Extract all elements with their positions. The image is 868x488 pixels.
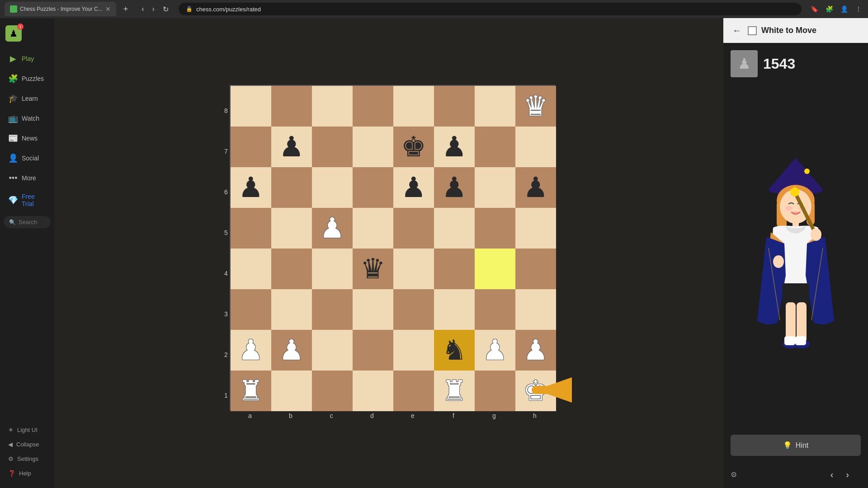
square-3e[interactable] (393, 289, 434, 330)
square-7b[interactable]: ♟ (271, 127, 312, 167)
square-1f[interactable]: ♜ (434, 371, 475, 411)
square-3g[interactable] (475, 289, 515, 330)
piece-wP: ♟ (482, 336, 508, 364)
square-2h[interactable]: ♟ (515, 330, 556, 371)
square-5e[interactable] (393, 208, 434, 249)
sidebar-item-more[interactable]: ••• More (3, 169, 52, 188)
sidebar-item-news[interactable]: 📰 News (3, 129, 52, 148)
sidebar-item-puzzles[interactable]: 🧩 Puzzles (3, 69, 52, 88)
next-puzzle-button[interactable]: › (841, 467, 854, 483)
square-6h[interactable]: ♟ (515, 167, 556, 208)
square-5c[interactable]: ♟ (312, 208, 353, 249)
square-2b[interactable]: ♟ (271, 330, 312, 371)
search-box[interactable]: 🔍 (4, 216, 51, 228)
square-6a[interactable]: ♟ (231, 167, 271, 208)
more-tools-button[interactable]: ⋮ (854, 4, 863, 14)
square-6e[interactable]: ♟ (393, 167, 434, 208)
square-7d[interactable] (353, 127, 393, 167)
square-4f[interactable] (434, 249, 475, 289)
search-input[interactable] (19, 219, 45, 225)
sidebar-item-learn[interactable]: 🎓 Learn (3, 89, 52, 108)
reload-button[interactable]: ↻ (160, 3, 171, 15)
puzzle-settings-button[interactable]: ⚙ (731, 470, 737, 479)
square-1g[interactable] (475, 371, 515, 411)
sidebar-item-light-ui[interactable]: ☀ Light UI (3, 423, 52, 437)
square-8b[interactable] (271, 86, 312, 127)
notification-badge: 1 (17, 23, 24, 30)
square-8f[interactable] (434, 86, 475, 127)
square-4g[interactable] (475, 249, 515, 289)
svg-rect-19 (784, 336, 795, 345)
square-2e[interactable] (393, 330, 434, 371)
logo[interactable]: ♟ 1 (0, 22, 54, 49)
square-7f[interactable]: ♟ (434, 127, 475, 167)
square-6d[interactable] (353, 167, 393, 208)
square-6f[interactable]: ♟ (434, 167, 475, 208)
square-4d[interactable]: ♛ (353, 249, 393, 289)
square-4e[interactable] (393, 249, 434, 289)
square-1e[interactable] (393, 371, 434, 411)
piece-wK: ♚ (523, 377, 548, 405)
square-1d[interactable] (353, 371, 393, 411)
square-7a[interactable] (231, 127, 271, 167)
sidebar-item-social[interactable]: 👤 Social (3, 149, 52, 168)
square-7c[interactable] (312, 127, 353, 167)
square-1c[interactable] (312, 371, 353, 411)
extensions-button[interactable]: 🧩 (824, 4, 835, 14)
square-6g[interactable] (475, 167, 515, 208)
address-bar[interactable]: 🔒 chess.com/puzzles/rated (179, 3, 802, 15)
square-4b[interactable] (271, 249, 312, 289)
back-button[interactable]: ‹ (139, 3, 146, 15)
square-5d[interactable] (353, 208, 393, 249)
square-8c[interactable] (312, 86, 353, 127)
sidebar-item-watch[interactable]: 📺 Watch (3, 109, 52, 128)
square-3h[interactable] (515, 289, 556, 330)
square-2a[interactable]: ♟ (231, 330, 271, 371)
square-5b[interactable] (271, 208, 312, 249)
square-8d[interactable] (353, 86, 393, 127)
tab-close-button[interactable]: ✕ (105, 5, 111, 13)
square-2c[interactable] (312, 330, 353, 371)
square-4a[interactable] (231, 249, 271, 289)
square-7e[interactable]: ♚ (393, 127, 434, 167)
prev-puzzle-button[interactable]: ‹ (826, 467, 838, 483)
bookmark-button[interactable]: 🔖 (809, 4, 820, 14)
new-tab-button[interactable]: + (120, 3, 132, 16)
square-6b[interactable] (271, 167, 312, 208)
news-icon: 📰 (8, 133, 18, 143)
square-4h[interactable] (515, 249, 556, 289)
sidebar-item-play[interactable]: ▶ Play (3, 49, 52, 68)
square-6c[interactable] (312, 167, 353, 208)
square-2d[interactable] (353, 330, 393, 371)
square-8a[interactable] (231, 86, 271, 127)
square-5f[interactable] (434, 208, 475, 249)
square-1b[interactable] (271, 371, 312, 411)
square-5g[interactable] (475, 208, 515, 249)
square-5h[interactable] (515, 208, 556, 249)
forward-button[interactable]: › (150, 3, 157, 15)
square-1h[interactable]: ♚ (515, 371, 556, 411)
browser-tab[interactable]: Chess Puzzles - Improve Your C... ✕ (5, 2, 116, 16)
square-8h[interactable]: ♛ (515, 86, 556, 127)
square-5a[interactable] (231, 208, 271, 249)
square-7g[interactable] (475, 127, 515, 167)
sidebar-item-collapse[interactable]: ◀ Collapse (3, 437, 52, 451)
sidebar-item-help[interactable]: ❓ Help (3, 466, 52, 480)
sidebar-item-free-trial[interactable]: 💎 Free Trial (3, 188, 52, 212)
square-4c[interactable] (312, 249, 353, 289)
square-8g[interactable] (475, 86, 515, 127)
square-2f[interactable]: ♞ (434, 330, 475, 371)
square-3f[interactable] (434, 289, 475, 330)
square-3c[interactable] (312, 289, 353, 330)
profile-button[interactable]: 👤 (839, 4, 850, 14)
square-3b[interactable] (271, 289, 312, 330)
back-button[interactable]: ← (731, 23, 743, 38)
square-3a[interactable] (231, 289, 271, 330)
square-3d[interactable] (353, 289, 393, 330)
sidebar-item-settings[interactable]: ⚙ Settings (3, 452, 52, 466)
square-8e[interactable] (393, 86, 434, 127)
square-1a[interactable]: ♜ (231, 371, 271, 411)
square-2g[interactable]: ♟ (475, 330, 515, 371)
hint-button[interactable]: 💡 Hint (731, 435, 861, 456)
square-7h[interactable] (515, 127, 556, 167)
